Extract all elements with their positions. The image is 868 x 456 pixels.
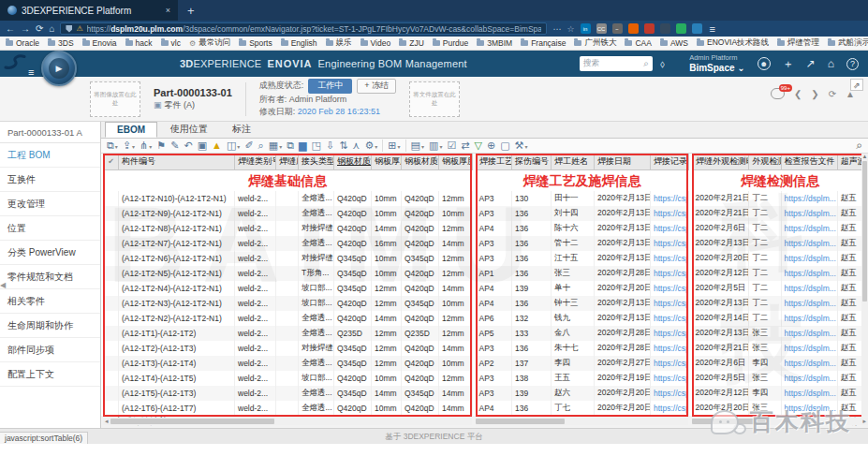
row-select-cell[interactable] — [104, 296, 119, 311]
column-header[interactable]: 外观检测人 — [749, 154, 781, 169]
file-link[interactable]: https://csplm20... — [651, 281, 689, 296]
bookmark-star-icon[interactable]: ☆ — [566, 24, 574, 34]
table-row[interactable]: AP3136刘十四2020年2月13日https://csplm20... — [477, 206, 689, 221]
column-header[interactable]: 接头类型 — [299, 154, 334, 169]
bookmark-item[interactable]: Oracle — [6, 38, 39, 48]
table-row[interactable]: 2020年2月20日张三https://dsplm...赵五 — [693, 401, 868, 416]
bookmark-item[interactable]: vlc — [161, 38, 181, 48]
add-icon[interactable]: ＋ — [783, 56, 794, 72]
page-actions-icon[interactable]: ⋯ — [552, 24, 561, 34]
assign-icon[interactable]: ⚑ — [156, 140, 166, 151]
structure-settings-icon[interactable]: ⚙▾ — [364, 140, 377, 151]
column-header[interactable]: 焊接日期 — [595, 154, 651, 169]
bookmark-item[interactable]: ENOVIA技术路线 — [697, 37, 769, 49]
column-header[interactable]: 焊缝类别号 — [235, 154, 276, 169]
table-row[interactable]: AP2137李四2020年2月27日https://csplm20... — [477, 356, 689, 371]
bookmark-item[interactable]: Française — [521, 38, 566, 48]
table-row[interactable]: AP3139赵六2020年2月20日https://csplm20... — [477, 386, 689, 401]
table-row[interactable]: (A12-1T2-N2)-(A12-1T2-N1)weld-2...全熔透...… — [104, 311, 473, 326]
file-link[interactable]: https://dsplm... — [781, 221, 837, 236]
next-state-button[interactable]: + 冻结 — [357, 79, 396, 94]
file-link[interactable]: https://dsplm... — [781, 266, 837, 281]
table-row[interactable]: 2020年2月14日丁二https://dsplm...赵五 — [693, 311, 868, 326]
image-drop-zone[interactable]: 将图像放置在此处 — [90, 81, 140, 117]
insert-existing-icon[interactable]: ▦▾ — [269, 140, 282, 151]
sidebar-item[interactable]: 配置上下文 — [0, 362, 100, 387]
row-select-cell[interactable] — [104, 236, 119, 251]
table-row[interactable]: (A12-1T2-N5)-(A12-1T2-N1)weld-2...T形角...… — [104, 266, 473, 281]
table-row[interactable]: 2020年2月13日丁二https://dsplm...赵五 — [693, 236, 868, 251]
file-link[interactable]: https://dsplm... — [781, 386, 837, 401]
download-icon[interactable]: ⇩ — [326, 140, 334, 151]
row-select-cell[interactable] — [104, 326, 119, 341]
table-row[interactable]: AP3136管十二2020年2月13日https://csplm20... — [477, 236, 689, 251]
horizontal-scrollbar[interactable]: ◂ — [103, 418, 472, 425]
table-row[interactable]: 2020年2月5日丁二https://dsplm...赵五 — [693, 281, 868, 296]
column-header[interactable]: 钢板材质2 — [402, 154, 439, 169]
table-row[interactable]: AP3130田十一2020年2月13日https://csplm20... — [477, 191, 689, 206]
bookmark-item[interactable]: Video — [360, 38, 391, 48]
column-header[interactable]: 焊缝外观检测时 — [693, 154, 749, 169]
table-row[interactable]: 2020年2月21日张三https://dsplm...赵五 — [693, 341, 868, 356]
catia-icon[interactable]: ▲ — [212, 140, 222, 151]
maturity-state-badge[interactable]: 工作中 — [308, 79, 352, 94]
bookmark-item[interactable]: ⚙最常访问 — [189, 37, 230, 49]
column-header[interactable]: 钢板厚度2 — [439, 154, 473, 169]
bookmark-item[interactable]: 3DS — [48, 38, 74, 48]
file-link[interactable]: https://csplm20... — [651, 251, 689, 266]
file-link[interactable]: https://csplm20... — [651, 236, 689, 251]
table-row[interactable]: (A12-1T3)-(A12-1T4)weld-2...全熔透...Q345qD… — [104, 356, 473, 371]
file-link[interactable]: https://csplm20... — [651, 266, 689, 281]
bookmark-item[interactable]: 3MBIM — [477, 38, 512, 48]
compass-logo[interactable]: ▶ — [41, 51, 77, 86]
orange-extension-icon[interactable] — [628, 23, 639, 34]
tab-where-used[interactable]: 使用位置 — [159, 122, 219, 138]
linkedin-extension-icon[interactable]: in — [581, 23, 591, 34]
tools-icon[interactable]: ⚒▾ — [515, 140, 528, 151]
previous-icon[interactable]: ❮ — [794, 89, 802, 99]
vertical-scrollbar[interactable]: ▲ — [861, 154, 868, 417]
horizontal-scrollbar[interactable]: ▸ — [692, 418, 868, 425]
cc-extension-icon[interactable]: CC — [596, 23, 607, 34]
column-settings-icon[interactable]: ▥▾ — [429, 140, 442, 151]
hamburger-menu-icon[interactable]: ≡ — [28, 66, 34, 78]
horizontal-scrollbar[interactable] — [476, 418, 688, 425]
column-header[interactable]: 焊接工艺 — [477, 154, 512, 169]
table-row[interactable]: (A12-1T2)-(A12-1T3)weld-2...对接焊缝Q345qD12… — [104, 341, 473, 356]
home-dashboard-icon[interactable]: ⌂ — [828, 57, 834, 70]
url-field[interactable]: ⚠ https://dsplm20u.plm.com/3dspace/commo… — [60, 22, 547, 35]
sidebar-item[interactable]: 位置 — [0, 216, 100, 241]
table-row[interactable]: 2020年2月21日丁二https://dsplm...赵五 — [693, 191, 868, 206]
table-row[interactable]: 2020年2月12日李四https://dsplm...赵五 — [693, 386, 868, 401]
table-row[interactable]: AP4136陈十六2020年2月13日https://csplm20... — [477, 221, 689, 236]
table-row[interactable]: 2020年2月13日张三https://dsplm...赵五 — [693, 326, 868, 341]
file-link[interactable]: https://csplm20... — [651, 191, 689, 206]
table-row[interactable]: AP3136朱十七2020年2月28日https://csplm20... — [477, 341, 689, 356]
cad-view-icon[interactable]: ▣ — [198, 140, 207, 151]
table-row[interactable]: AP5133金八2020年2月28日https://csplm20... — [477, 326, 689, 341]
browser-tab[interactable]: 3DEXPERIENCE Platform × — [0, 0, 178, 21]
shield-icon[interactable] — [66, 25, 72, 33]
row-select-cell[interactable] — [104, 206, 119, 221]
column-header[interactable]: 检查报告文件 — [781, 154, 837, 169]
row-select-cell[interactable] — [104, 266, 119, 281]
table-row[interactable]: AP6132钱九2020年2月13日https://csplm20... — [477, 311, 689, 326]
table-row[interactable]: (A12-1T2-N6)-(A12-1T2-N1)weld-2...对接焊缝Q3… — [104, 251, 473, 266]
table-row[interactable]: (A12-1T2-N3)-(A12-1T2-N1)weld-2...坡口部...… — [104, 296, 473, 311]
sidebar-item[interactable]: 零件规范和文档 — [0, 265, 100, 289]
table-row[interactable]: AP1136张三2020年2月28日https://csplm20... — [477, 266, 689, 281]
sidebar-item[interactable]: 互换件 — [0, 168, 100, 192]
tab-close-icon[interactable]: × — [166, 6, 170, 15]
row-select-cell[interactable] — [104, 281, 119, 296]
row-select-cell[interactable] — [104, 356, 119, 371]
notifications-icon[interactable]: 99+ — [771, 88, 785, 99]
file-link[interactable]: https://dsplm... — [781, 326, 837, 341]
file-link[interactable]: https://dsplm... — [781, 371, 837, 386]
validate-icon[interactable]: ☑ — [447, 140, 456, 151]
table-row[interactable]: (A12-1T2-N7)-(A12-1T2-N1)weld-2...全熔透...… — [104, 236, 473, 251]
table-row[interactable]: 2020年2月13日丁二https://dsplm...赵五 — [693, 296, 868, 311]
table-row[interactable]: AP3136江十五2020年2月13日https://csplm20... — [477, 251, 689, 266]
column-header[interactable]: 焊缝序号 — [276, 154, 299, 169]
table-row[interactable]: 2020年2月6日李四https://dsplm...赵五 — [693, 356, 868, 371]
bookmark-item[interactable]: 焊缝管理 — [777, 37, 819, 49]
